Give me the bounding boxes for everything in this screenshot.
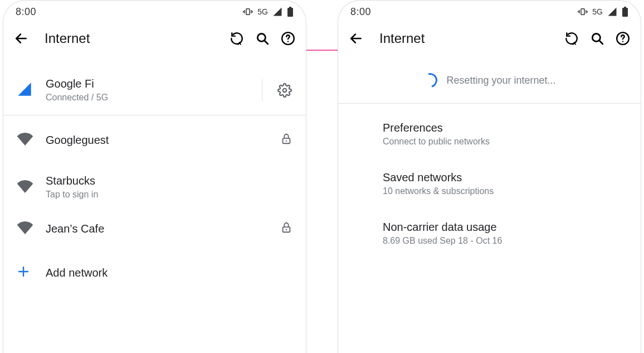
add-network-row[interactable]: Add network — [3, 253, 306, 289]
saved-networks-row[interactable]: Saved networks 10 networks & subscriptio… — [338, 159, 641, 209]
page-title: Internet — [379, 31, 548, 46]
wifi-network-sub: Tap to sign in — [46, 190, 292, 200]
vibrate-icon — [578, 7, 588, 17]
wifi-network-row[interactable]: Jean’s Cafe — [3, 210, 306, 253]
vibrate-icon — [243, 7, 253, 17]
reset-connectivity-button[interactable] — [229, 31, 245, 46]
active-network-status: Connected / 5G — [46, 93, 262, 103]
lock-icon — [280, 133, 292, 147]
svg-point-14 — [283, 88, 287, 92]
help-button[interactable] — [615, 31, 631, 46]
wifi-network-name: Starbucks — [46, 175, 292, 187]
vertical-separator — [262, 79, 262, 101]
wifi-network-row[interactable]: Googleguest — [3, 115, 306, 165]
wifi-icon — [17, 132, 33, 148]
svg-point-13 — [287, 41, 289, 42]
status-bar: 8:00 5G — [3, 1, 306, 23]
settings-item-sub: 8.69 GB used Sep 18 - Oct 16 — [383, 236, 627, 246]
plus-icon — [17, 265, 30, 281]
wifi-icon — [17, 221, 33, 236]
svg-point-33 — [622, 41, 623, 42]
signal-icon — [272, 7, 282, 17]
wifi-network-row[interactable]: Starbucks Tap to sign in — [3, 165, 306, 210]
signal-icon — [607, 7, 617, 17]
status-bar: 8:00 5G — [338, 1, 641, 23]
app-bar: Internet — [338, 23, 641, 54]
svg-rect-21 — [581, 9, 584, 15]
back-button[interactable] — [348, 31, 364, 46]
battery-icon — [287, 7, 294, 17]
search-button[interactable] — [255, 31, 270, 46]
svg-rect-1 — [246, 9, 250, 15]
active-network-name: Google Fi — [46, 78, 262, 90]
reset-connectivity-button[interactable] — [564, 31, 579, 46]
app-bar: Internet — [3, 23, 306, 54]
phone-before: 8:00 5G Internet — [3, 0, 306, 353]
settings-item-title: Preferences — [383, 122, 627, 134]
settings-item-title: Saved networks — [383, 171, 627, 184]
svg-line-11 — [264, 40, 267, 43]
search-button[interactable] — [589, 31, 605, 46]
data-usage-row[interactable]: Non-carrier data usage 8.69 GB used Sep … — [338, 209, 641, 258]
back-button[interactable] — [13, 31, 29, 46]
settings-item-sub: 10 networks & subscriptions — [383, 186, 627, 196]
help-button[interactable] — [280, 31, 296, 46]
status-clock: 8:00 — [350, 6, 371, 18]
network-type-label: 5G — [592, 7, 603, 16]
preferences-row[interactable]: Preferences Connect to public networks — [338, 109, 641, 159]
wifi-network-name: Googleguest — [46, 134, 280, 147]
cellular-signal-icon — [17, 81, 32, 99]
network-type-label: 5G — [257, 7, 268, 16]
svg-point-16 — [286, 140, 287, 141]
resetting-indicator: Resetting your internet... — [338, 54, 641, 103]
phone-after: 8:00 5G Internet — [338, 0, 641, 353]
resetting-label: Resetting your internet... — [446, 75, 555, 86]
svg-rect-7 — [289, 7, 291, 8]
svg-rect-26 — [622, 8, 628, 17]
wifi-icon — [17, 180, 33, 195]
svg-rect-27 — [624, 7, 626, 8]
battery-icon — [622, 7, 628, 17]
active-network-row[interactable]: Google Fi Connected / 5G — [3, 70, 306, 115]
svg-line-31 — [599, 40, 602, 43]
page-title: Internet — [45, 31, 213, 46]
settings-item-sub: Connect to public networks — [383, 137, 627, 147]
svg-rect-6 — [287, 8, 293, 17]
wifi-network-name: Jean’s Cafe — [46, 223, 280, 235]
lock-icon — [280, 221, 292, 236]
add-network-label: Add network — [46, 267, 292, 279]
status-clock: 8:00 — [16, 6, 36, 18]
settings-item-title: Non-carrier data usage — [383, 221, 627, 234]
svg-point-18 — [286, 229, 287, 230]
spinner-icon — [421, 70, 441, 90]
network-settings-button[interactable] — [277, 83, 292, 98]
